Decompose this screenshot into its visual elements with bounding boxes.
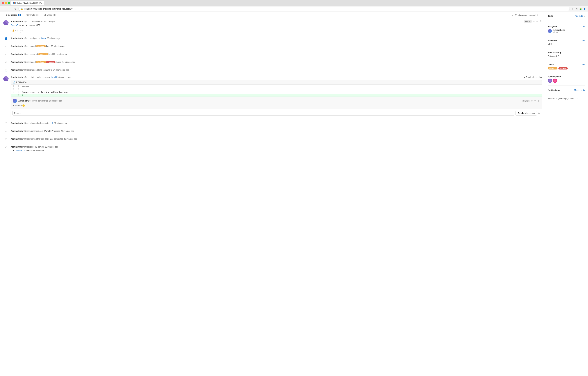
avatar-admin xyxy=(3,20,9,25)
bookmark-icon[interactable]: ☆ xyxy=(571,7,574,10)
participant-avatar-2 xyxy=(553,79,557,83)
estimated-value: Estimated: 6h xyxy=(548,55,585,57)
discussion-author: Administrator xyxy=(11,76,24,78)
label-icon3: 🏷 xyxy=(3,60,9,65)
sidebar-labels-section: Labels Edit backend frontend xyxy=(548,63,585,72)
tab-commits[interactable]: Commits 2 xyxy=(24,12,41,18)
resolve-refresh-icon[interactable]: ↻ xyxy=(537,14,538,16)
expand-icon[interactable]: » xyxy=(584,15,585,17)
url-text: localhost:3000/gitlab-org/gitlab-test/me… xyxy=(24,8,73,10)
labels-edit-button[interactable]: Edit xyxy=(582,63,585,66)
forward-button[interactable]: → xyxy=(8,7,12,10)
edit-action-icon[interactable]: ✏ xyxy=(536,20,538,23)
wip-bold: Work In Progress xyxy=(44,130,60,132)
toggle-discussion-button[interactable]: ▲ Toggle discussion xyxy=(524,76,542,78)
sub-comment-header: Administrator @root commented 24 minutes… xyxy=(13,99,540,103)
commit-bullet: • xyxy=(13,149,14,152)
wip-icon: ✏ xyxy=(3,129,9,134)
browser-tab[interactable]: 🦊 Update README.md (!10) · Me... × xyxy=(11,1,44,5)
todo-label: Todo xyxy=(548,15,553,17)
tab-discussion[interactable]: Discussion 2 xyxy=(3,12,24,18)
commit-hash[interactable]: f6332c72 xyxy=(15,149,25,152)
event-task: ☑ Administrator @root marked the task Ta… xyxy=(3,135,542,143)
comment-author: Administrator xyxy=(11,20,24,23)
diff-header: 📄 README.md ⧉ xyxy=(11,80,542,85)
comment-text: @user3 please review my MR! xyxy=(11,24,542,27)
discussion-header: Administrator @root started a discussion… xyxy=(11,76,542,78)
diff-table: 2 2 ====== 3 3 xyxy=(11,85,542,96)
add-todo-button[interactable]: Add todo xyxy=(575,15,583,17)
milestone-link[interactable]: v1.0 xyxy=(50,122,53,124)
event-assignee-link[interactable]: @root xyxy=(41,37,46,40)
event-label-remove-text: Administrator @root removed backend labe… xyxy=(11,52,67,56)
assignee-info: Administrator @root xyxy=(548,29,585,33)
sub-emoji-icon[interactable]: ☺ xyxy=(531,100,533,102)
resolve-check-icon: ✓ xyxy=(512,14,513,16)
reply-input[interactable] xyxy=(12,111,514,115)
time-help-icon[interactable]: ? xyxy=(584,51,585,54)
emoji-reaction: 👍 1 ☺ xyxy=(11,29,542,32)
milestone-icon: ⏱ xyxy=(3,121,9,126)
comment-header: Administrator @root commented 25 minutes… xyxy=(11,20,542,23)
sub-comment-meta: Administrator @root commented 24 minutes… xyxy=(18,100,62,102)
event-author: Administrator xyxy=(11,37,24,40)
copy-reference-icon[interactable]: ⧉ xyxy=(577,97,578,100)
page-content: Discussion 2 Commits 2 Changes 1 ✓ 0/1 d… xyxy=(0,12,588,376)
event-label-text: Administrator @root added backend label … xyxy=(11,44,64,48)
labels-row: Labels Edit xyxy=(548,63,585,66)
tab-favicon-icon: 🦊 xyxy=(13,2,16,4)
resolve-arrow-icon[interactable]: → xyxy=(540,14,542,16)
notifications-row: Notifications Unsubscribe xyxy=(548,89,585,91)
maximize-dot[interactable] xyxy=(8,2,10,4)
event-handle: @root assigned to xyxy=(24,37,41,40)
event-author2: Administrator xyxy=(11,45,24,47)
sub-edit-icon[interactable]: ✏ xyxy=(534,100,536,102)
label-icon2: 🏷 xyxy=(3,52,9,57)
backend-label-badge2: backend xyxy=(38,53,48,55)
event-label-add-both: 🏷 Administrator @root added backend fron… xyxy=(3,58,542,66)
screen-icon[interactable]: ⊡ xyxy=(575,7,578,10)
minimize-dot[interactable] xyxy=(5,2,7,4)
notifications-label: Notifications xyxy=(548,89,560,91)
diff-link[interactable]: the diff xyxy=(51,76,57,78)
milestone-edit-button[interactable]: Edit xyxy=(582,39,585,42)
sidebar-todo-section: Todo Add todo » xyxy=(548,15,585,22)
tab-changes[interactable]: Changes 1 xyxy=(41,12,59,18)
event-author5: Administrator xyxy=(11,69,24,71)
sidebar-milestone-section: Milestone Edit v1.0 xyxy=(548,39,585,48)
emoji-action-icon[interactable]: ☺ xyxy=(533,20,535,23)
event-task-text: Administrator @root marked the task Task… xyxy=(11,136,77,140)
address-bar[interactable]: 🔒 localhost:3000/gitlab-org/gitlab-test/… xyxy=(19,7,570,11)
discussion-avatar-image xyxy=(3,76,9,81)
profile-icon[interactable]: 👤 xyxy=(583,7,586,10)
time-tracking-row: Time tracking ? xyxy=(548,51,585,54)
close-dot[interactable] xyxy=(2,2,4,4)
sub-delete-icon[interactable]: 🗑 xyxy=(537,100,540,102)
resolve-status-text: 0/1 discussion resolved xyxy=(515,14,535,16)
thumbsup-reaction[interactable]: 👍 1 xyxy=(11,29,18,32)
reload-button[interactable]: ↻ xyxy=(13,7,17,10)
window-controls xyxy=(2,2,10,4)
add-reaction-button[interactable]: ☺ xyxy=(19,29,23,32)
unsubscribe-button[interactable]: Unsubscribe xyxy=(574,89,585,91)
event-author7: Administrator xyxy=(11,130,24,132)
milestone-value: v1.0 xyxy=(548,43,585,45)
main-area: Discussion 2 Commits 2 Changes 1 ✓ 0/1 d… xyxy=(0,12,545,376)
reply-section: Resolve discussion ↻ xyxy=(11,109,542,117)
sidebar-frontend-label: frontend xyxy=(558,67,568,70)
commit-icon: ↗ xyxy=(3,145,9,150)
assignee-handle: @root xyxy=(553,31,565,33)
reply-refresh-icon[interactable]: ↻ xyxy=(538,112,540,115)
event-label-remove-backend: 🏷 Administrator @root removed backend la… xyxy=(3,50,542,58)
resolve-discussion-button[interactable]: Resolve discussion xyxy=(515,111,537,115)
reference-text: Reference: gitlab-org/gitlab-te... xyxy=(548,97,576,100)
assignee-edit-button[interactable]: Edit xyxy=(582,25,585,28)
delete-action-icon[interactable]: 🗑 xyxy=(540,20,542,23)
extensions-icon[interactable]: 🧩 xyxy=(579,7,582,10)
back-button[interactable]: ← xyxy=(2,7,6,10)
copy-path-icon[interactable]: ⧉ xyxy=(29,81,30,84)
participant-avatar-1 xyxy=(548,79,552,83)
task-icon: ☑ xyxy=(3,136,9,142)
participants-label: 2 participants xyxy=(548,76,585,78)
event-time: 25 minutes ago xyxy=(47,37,60,40)
